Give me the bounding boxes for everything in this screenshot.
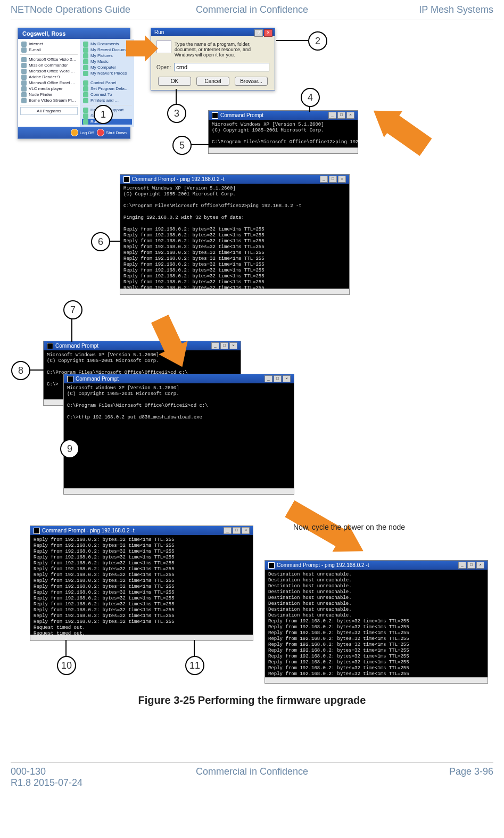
minimize-icon[interactable]: _ [211, 342, 219, 349]
cmd8-title: Command Prompt [55, 343, 98, 349]
minimize-icon[interactable]: _ [224, 527, 232, 534]
callout-4: 4 [301, 88, 320, 107]
footer-divider [11, 762, 493, 763]
callout-3: 3 [167, 104, 186, 123]
browse-button[interactable]: Browse... [235, 77, 268, 86]
minimize-icon[interactable]: _ [320, 176, 328, 183]
figure-area: Cogswell, Ross Internet E-mail Microsoft… [11, 28, 493, 720]
sm-item[interactable]: Microsoft Office Word 2007 [20, 68, 78, 74]
maximize-icon[interactable]: □ [233, 527, 241, 534]
cmd-window-9: Command Prompt _□× Microsoft Windows XP … [63, 374, 294, 495]
shutdown-button[interactable]: Shut Down [97, 129, 127, 136]
ok-button[interactable]: OK [158, 77, 191, 86]
connector [190, 144, 209, 145]
minimize-icon[interactable]: _ [265, 375, 272, 382]
minimize-icon[interactable]: _ [328, 112, 336, 119]
close-icon[interactable]: × [338, 176, 346, 183]
close-icon[interactable]: × [242, 527, 250, 534]
cmd9-body: Microsoft Windows XP [Version 5.1.2600] … [64, 383, 294, 492]
cmd-icon [34, 528, 40, 534]
callout-7: 7 [63, 300, 82, 319]
cmd-icon [47, 343, 53, 349]
callout-2: 2 [308, 31, 327, 51]
cmd-window-4: Command Prompt _□× Microsoft Windows XP … [208, 110, 358, 154]
close-icon[interactable]: × [283, 375, 291, 382]
sm-item[interactable]: My Recent Documents [82, 47, 132, 53]
cmd-icon [268, 562, 275, 569]
footer-revision: R1.8 2015-07-24 [11, 777, 82, 788]
connector [276, 40, 308, 41]
sm-item[interactable]: E-mail [20, 47, 78, 53]
logoff-label: Log Off [80, 130, 94, 135]
callout-9: 9 [60, 439, 79, 458]
scrollbar[interactable] [30, 635, 253, 640]
all-programs[interactable]: All Programs [20, 107, 78, 115]
cmd-window-11: Command Prompt - ping 192.168.0.2 -t _□×… [265, 560, 488, 684]
help-icon[interactable]: ? [254, 29, 263, 36]
scrollbar[interactable] [120, 289, 349, 294]
minimize-icon[interactable]: _ [458, 562, 466, 569]
cmd10-title: Command Prompt - ping 192.168.0.2 -t [42, 528, 134, 533]
maximize-icon[interactable]: □ [329, 176, 337, 183]
cmd6-title: Command Prompt - ping 192.168.0.2 -t [132, 176, 224, 182]
sm-item[interactable]: Connect To [82, 92, 132, 97]
callout-11: 11 [185, 656, 204, 675]
sm-item[interactable]: Adobe Reader 9 [20, 74, 78, 80]
sm-item[interactable]: My Documents [82, 41, 132, 47]
sm-item[interactable]: Printers and … [82, 97, 132, 103]
cmd10-body: Reply from 192.168.0.2: bytes=32 time<1m… [30, 535, 253, 639]
close-icon[interactable]: × [476, 562, 484, 569]
start-menu-left: Internet E-mail Microsoft Office Visio 2… [18, 39, 80, 127]
logoff-button[interactable]: Log Off [71, 129, 94, 136]
maximize-icon[interactable]: □ [274, 375, 282, 382]
sm-item[interactable]: Bome Video Stream Player [20, 97, 78, 103]
sm-item[interactable]: Internet [20, 41, 78, 47]
header-center: Commercial in Confidence [171, 4, 332, 15]
run-description: Type the name of a program, folder, docu… [175, 42, 269, 57]
sm-item[interactable]: Node Finder [20, 92, 78, 97]
callout-6: 6 [91, 232, 110, 251]
page-footer: 000-130 R1.8 2015-07-24 Commercial in Co… [11, 766, 493, 788]
annotation-text: Now, cycle the power on the node [293, 523, 405, 531]
sm-item[interactable]: VLC media player [20, 86, 78, 92]
close-icon[interactable]: × [264, 29, 272, 36]
maximize-icon[interactable]: □ [337, 112, 345, 119]
sm-item[interactable]: Microsoft Office Visio 2007 [20, 56, 78, 62]
open-label: Open: [156, 64, 171, 70]
footer-center: Commercial in Confidence [171, 766, 332, 788]
svg-marker-1 [365, 97, 435, 160]
run-title: Run [154, 29, 164, 35]
cmd9-title: Command Prompt [76, 376, 119, 382]
scrollbar[interactable] [64, 488, 294, 494]
close-icon[interactable]: × [346, 112, 354, 119]
sm-item[interactable]: Microsoft Office Excel 2007 [20, 80, 78, 86]
cmd11-title: Command Prompt - ping 192.168.0.2 -t [277, 562, 369, 568]
cancel-button[interactable]: Cancel [196, 77, 229, 86]
scrollbar[interactable] [265, 677, 488, 683]
cmd11-body: Destination host unreachable. Destinatio… [265, 570, 488, 681]
start-menu-user: Cogswell, Ross [18, 28, 130, 39]
sm-item[interactable]: My Music [82, 59, 132, 64]
cmd4-body: Microsoft Windows XP [Version 5.1.2600] … [209, 120, 358, 152]
open-input[interactable] [174, 63, 269, 71]
footer-right: Page 3-96 [333, 766, 493, 788]
callout-1: 1 [94, 105, 113, 124]
scrollbar[interactable] [209, 147, 358, 153]
sm-item[interactable]: Control Panel [82, 80, 132, 86]
cmd-window-6: Command Prompt - ping 192.168.0.2 -t _□×… [120, 174, 350, 295]
sm-item[interactable]: Set Program Defaults [82, 86, 132, 92]
page-header: NETNode Operations Guide Commercial in C… [11, 4, 493, 15]
close-icon[interactable]: × [229, 342, 237, 349]
header-left: NETNode Operations Guide [11, 4, 171, 15]
maximize-icon[interactable]: □ [467, 562, 475, 569]
connector [69, 416, 70, 439]
sm-item[interactable]: My Computer [82, 64, 132, 70]
sm-item[interactable]: Mission Commander [20, 62, 78, 68]
sm-item[interactable]: My Network Places [82, 70, 132, 76]
maximize-icon[interactable]: □ [220, 342, 228, 349]
connector [176, 89, 177, 104]
connector [28, 369, 44, 371]
callout-10: 10 [57, 656, 76, 675]
sm-item[interactable]: My Pictures [82, 53, 132, 59]
start-menu: Cogswell, Ross Internet E-mail Microsoft… [18, 28, 130, 139]
